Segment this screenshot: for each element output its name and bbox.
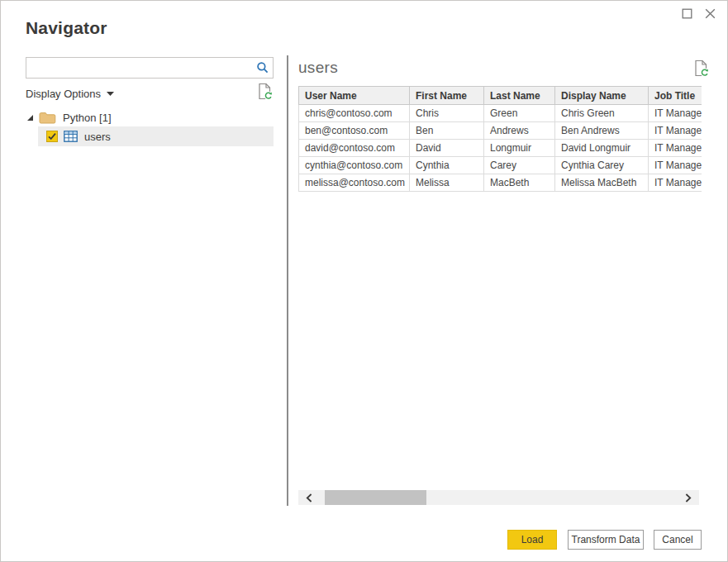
table-cell: Andrews: [484, 122, 555, 140]
display-options-label: Display Options: [26, 88, 101, 100]
table-cell: Chris: [410, 105, 484, 122]
search-input[interactable]: [26, 58, 253, 78]
cancel-button[interactable]: Cancel: [654, 530, 702, 550]
table-cell: IT Manager: [649, 157, 702, 174]
display-options-dropdown[interactable]: Display Options: [26, 85, 114, 102]
check-icon: [47, 131, 57, 141]
table-row: chris@contoso.comChrisGreenChris GreenIT…: [299, 105, 702, 122]
table-cell: David Longmuir: [555, 140, 649, 157]
refresh-table-button[interactable]: [692, 60, 711, 79]
table-cell: chris@contoso.com: [299, 105, 410, 122]
tree-item-label: users: [84, 131, 111, 143]
table-cell: IT Manager: [649, 140, 702, 157]
table-cell: Ben: [410, 122, 484, 140]
column-header: Last Name: [484, 87, 555, 105]
preview-table-body: chris@contoso.comChrisGreenChris GreenIT…: [299, 105, 702, 192]
tree-item-users[interactable]: users: [38, 126, 274, 146]
search-icon[interactable]: [253, 58, 273, 78]
table-cell: IT Manager: [649, 105, 702, 122]
table-cell: Chris Green: [555, 105, 649, 122]
close-button[interactable]: [701, 4, 719, 22]
chevron-down-icon: [107, 92, 114, 96]
table-cell: melissa@contoso.com: [299, 174, 410, 192]
preview-table-wrap: User Name First Name Last Name Display N…: [298, 86, 702, 192]
table-row: cynthia@contoso.comCynthiaCareyCynthia C…: [299, 157, 702, 174]
refresh-document-icon: [258, 83, 274, 101]
maximize-button[interactable]: [678, 5, 695, 21]
horizontal-scrollbar[interactable]: [298, 490, 699, 505]
preview-table: User Name First Name Last Name Display N…: [298, 86, 702, 192]
scroll-left-button[interactable]: [300, 490, 318, 505]
maximize-icon: [682, 8, 692, 19]
panel-divider: [287, 55, 288, 506]
tree-node-python[interactable]: Python [1]: [1, 108, 274, 127]
table-cell: Melissa MacBeth: [555, 174, 649, 192]
table-cell: Ben Andrews: [555, 122, 649, 140]
scroll-right-button[interactable]: [679, 490, 697, 505]
table-cell: MacBeth: [484, 174, 555, 192]
table-row: ben@contoso.comBenAndrewsBen AndrewsIT M…: [299, 122, 702, 140]
table-cell: Cynthia: [410, 157, 484, 174]
folder-icon: [39, 112, 56, 124]
column-header: User Name: [299, 87, 410, 105]
scrollbar-thumb[interactable]: [325, 490, 426, 505]
table-cell: Green: [484, 105, 555, 122]
column-header: Display Name: [555, 87, 649, 105]
preview-title: users: [298, 59, 338, 77]
table-cell: Cynthia Carey: [555, 157, 649, 174]
table-cell: David: [410, 140, 484, 157]
refresh-preview-button[interactable]: [256, 83, 274, 102]
table-cell: ben@contoso.com: [299, 122, 410, 140]
table-cell: david@contoso.com: [299, 140, 410, 157]
expander-triangle-icon[interactable]: [26, 114, 34, 121]
load-button[interactable]: Load: [507, 530, 557, 550]
table-cell: cynthia@contoso.com: [299, 157, 410, 174]
tree-node-label: Python [1]: [63, 112, 112, 124]
table-cell: Longmuir: [484, 140, 555, 157]
table-row: david@contoso.comDavidLongmuirDavid Long…: [299, 140, 702, 157]
table-cell: IT Manager: [649, 122, 702, 140]
transform-data-button[interactable]: Transform Data: [568, 530, 644, 550]
dialog-title: Navigator: [26, 18, 107, 38]
table-header-row: User Name First Name Last Name Display N…: [299, 87, 702, 105]
refresh-document-icon: [694, 60, 710, 78]
column-header: First Name: [410, 87, 484, 105]
close-icon: [704, 7, 716, 20]
navigator-dialog: Navigator Display Options: [0, 0, 728, 562]
table-row: melissa@contoso.comMelissaMacBethMelissa…: [299, 174, 702, 192]
chevron-left-icon: [306, 493, 312, 502]
checkbox-users[interactable]: [46, 131, 58, 142]
chevron-right-icon: [685, 493, 692, 502]
table-grid-icon: [64, 131, 78, 142]
table-cell: Carey: [484, 157, 555, 174]
search-box: [26, 57, 274, 79]
table-cell: Melissa: [410, 174, 484, 192]
table-cell: IT Manager: [649, 174, 702, 192]
column-header: Job Title: [649, 87, 702, 105]
